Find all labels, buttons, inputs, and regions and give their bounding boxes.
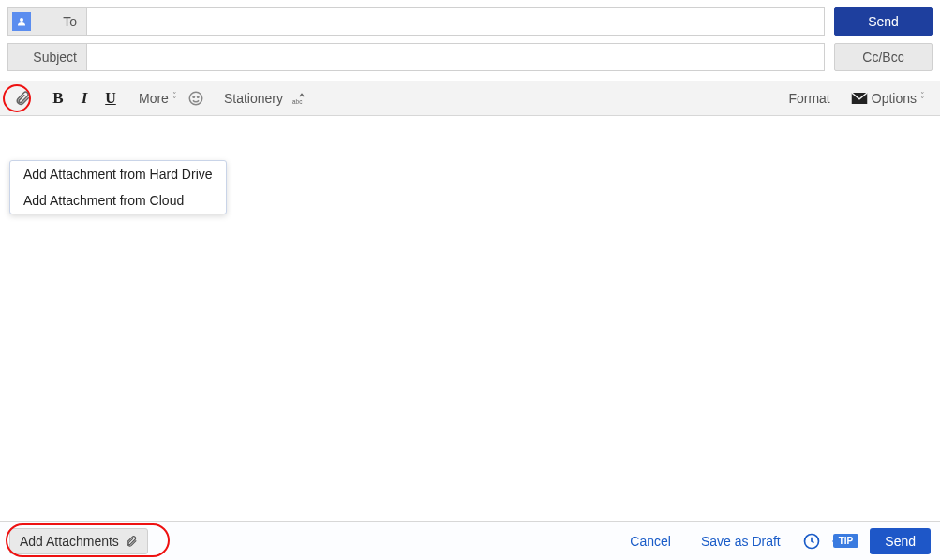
spellcheck-button[interactable]: abc xyxy=(289,85,315,111)
underline-button[interactable]: U xyxy=(97,85,124,111)
svg-text:abc: abc xyxy=(292,98,303,105)
to-label-text: To xyxy=(37,14,86,29)
send-button-bottom[interactable]: Send xyxy=(870,528,931,554)
more-label: More xyxy=(139,91,169,106)
chevron-down-icon: ˅˅ xyxy=(172,94,177,103)
stationery-label: Stationery xyxy=(224,91,283,106)
subject-label-text: Subject xyxy=(33,50,77,65)
subject-row: Subject Cc/Bcc xyxy=(7,43,933,71)
subject-label-cell: Subject xyxy=(7,43,86,71)
formatting-toolbar: B I U More ˅˅ Stationery abc Format xyxy=(0,81,940,116)
attach-button[interactable] xyxy=(9,85,36,111)
subject-input[interactable] xyxy=(86,43,825,71)
to-label-cell[interactable]: To xyxy=(7,7,86,36)
attach-from-cloud[interactable]: Add Attachment from Cloud xyxy=(10,187,226,214)
stationery-button[interactable]: Stationery xyxy=(218,91,289,106)
contacts-icon xyxy=(12,12,31,31)
svg-point-0 xyxy=(20,18,23,22)
compose-body[interactable]: Add Attachment from Hard Drive Add Attac… xyxy=(0,116,940,521)
envelope-icon xyxy=(851,92,868,105)
attach-dropdown: Add Attachment from Hard Drive Add Attac… xyxy=(9,160,227,214)
compose-header: To Send Subject Cc/Bcc xyxy=(0,0,940,81)
to-input[interactable] xyxy=(86,7,825,36)
cancel-link[interactable]: Cancel xyxy=(630,534,671,549)
ccbcc-button[interactable]: Cc/Bcc xyxy=(834,43,933,71)
more-button[interactable]: More ˅˅ xyxy=(133,91,183,106)
chevron-down-icon: ˅˅ xyxy=(920,94,925,103)
svg-point-2 xyxy=(193,96,195,98)
add-attachments-label: Add Attachments xyxy=(20,534,119,549)
emoji-button[interactable] xyxy=(183,85,209,111)
format-button[interactable]: Format xyxy=(783,91,835,106)
svg-point-1 xyxy=(189,92,202,105)
format-label: Format xyxy=(788,91,829,106)
paperclip-icon xyxy=(125,535,138,548)
to-row: To Send xyxy=(7,7,933,36)
attach-from-hard-drive[interactable]: Add Attachment from Hard Drive xyxy=(10,161,226,187)
italic-button[interactable]: I xyxy=(71,85,97,111)
send-button-top[interactable]: Send xyxy=(834,7,933,36)
options-button[interactable]: Options ˅˅ xyxy=(845,91,931,106)
tip-badge[interactable]: TIP xyxy=(833,534,859,548)
schedule-button[interactable] xyxy=(801,531,822,552)
svg-point-3 xyxy=(197,96,199,98)
bold-button[interactable]: B xyxy=(45,85,71,111)
add-attachments-button[interactable]: Add Attachments xyxy=(9,528,148,554)
options-label: Options xyxy=(872,91,917,106)
compose-footer: Add Attachments Cancel Save as Draft TIP… xyxy=(0,521,940,560)
save-as-draft-link[interactable]: Save as Draft xyxy=(701,534,781,549)
